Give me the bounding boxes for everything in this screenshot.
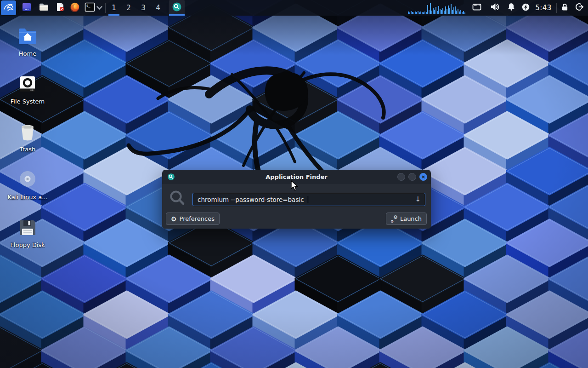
clock[interactable]: 5:43 [532, 0, 555, 16]
desktop-icon-label: Floppy Disk [10, 242, 45, 248]
power-manager-tray-button[interactable] [519, 0, 532, 16]
kali-logo-icon [3, 1, 15, 15]
dropdown-arrow-icon[interactable]: ↓ [415, 195, 421, 203]
terminal-prompt-glyph: $_ [86, 4, 90, 7]
top-panel: $_ 1 2 3 4 [0, 0, 588, 16]
app-window-icon [22, 2, 32, 14]
close-button[interactable]: × [419, 173, 427, 181]
desktop: $_ 1 2 3 4 [0, 0, 588, 368]
lock-screen-button[interactable] [558, 0, 571, 16]
workspace-button-3[interactable]: 3 [136, 0, 151, 16]
run-gears-icon: ⚙⚙ [391, 216, 397, 222]
workspace-label: 4 [156, 4, 160, 12]
floppy-disk-icon [17, 217, 39, 239]
chevron-down-icon [96, 4, 102, 10]
preferences-button[interactable]: ⚙ Preferences [166, 213, 220, 225]
lock-icon [560, 3, 569, 13]
desktop-icon-file-system[interactable]: File System [6, 73, 50, 121]
text-editor-icon [55, 2, 65, 14]
logout-button[interactable] [572, 0, 586, 16]
minimize-button[interactable] [397, 173, 405, 181]
desktop-icon-label: File System [11, 98, 45, 105]
workspace-button-1[interactable]: 1 [107, 0, 121, 16]
power-bolt-icon [521, 3, 530, 13]
preferences-button-label: Preferences [180, 215, 215, 222]
desktop-icon-home[interactable]: Home [6, 25, 50, 73]
desktop-icon-label: Kali Linux a... [7, 194, 47, 201]
launcher-file-manager[interactable] [37, 0, 51, 16]
workspace-button-2[interactable]: 2 [121, 0, 136, 16]
desktop-icon-label: Home [19, 50, 36, 57]
launcher-firefox[interactable] [68, 0, 82, 16]
command-input[interactable]: chromium --password-store=basic ↓ [192, 193, 425, 206]
desktop-icon-label: Trash [20, 146, 35, 153]
launcher-app-window[interactable] [20, 0, 33, 16]
active-task-indicator [169, 14, 185, 16]
file-manager-icon [39, 2, 49, 14]
launch-button-label: Launch [400, 215, 422, 222]
clock-label: 5:43 [535, 4, 552, 12]
panel-separator [19, 3, 19, 13]
launcher-dropdown[interactable] [96, 0, 103, 16]
launch-button[interactable]: ⚙⚙ Launch [386, 213, 427, 225]
workspace-button-4[interactable]: 4 [151, 0, 165, 16]
panel-separator [556, 3, 557, 13]
home-folder-icon [17, 25, 39, 47]
text-caret [308, 196, 309, 203]
terminal-icon: $_ [85, 2, 95, 14]
maximize-button[interactable] [408, 173, 416, 181]
gear-icon: ⚙ [171, 216, 177, 222]
volume-icon [490, 2, 500, 14]
workspace-label: 2 [126, 4, 131, 12]
app-finder-icon [172, 2, 182, 14]
hard-drive-icon [17, 73, 39, 95]
window-title: Application Finder [162, 173, 431, 180]
desktop-icon-trash[interactable]: Trash [6, 121, 50, 169]
launcher-terminal[interactable]: $_ [83, 0, 96, 16]
search-icon [169, 189, 186, 208]
workspace-label: 1 [112, 4, 116, 12]
workspace-label: 3 [141, 4, 146, 12]
notifications-tray-button[interactable] [505, 0, 518, 16]
network-tray-button[interactable] [470, 0, 483, 16]
mouse-cursor [290, 180, 300, 193]
firefox-icon [70, 2, 80, 14]
panel-separator [167, 3, 167, 13]
taskbar-app-finder[interactable] [169, 0, 185, 16]
audio-visualizer [408, 0, 468, 16]
kali-menu-button[interactable] [1, 0, 16, 15]
desktop-icon-floppy-disk[interactable]: Floppy Disk [6, 217, 50, 264]
bell-icon [507, 2, 516, 13]
trash-icon [17, 121, 39, 143]
volume-tray-button[interactable] [488, 0, 502, 16]
app-finder-icon [167, 173, 175, 183]
panel-separator [105, 3, 106, 13]
desktop-icon-kali-linux[interactable]: Kali Linux a... [6, 169, 50, 217]
logout-icon [575, 2, 584, 13]
launcher-text-editor[interactable] [53, 0, 67, 16]
active-workspace-indicator [108, 14, 119, 16]
network-wired-icon [472, 2, 482, 14]
command-input-value: chromium --password-store=basic [198, 196, 306, 203]
application-finder-window: Application Finder × chromium --password… [162, 170, 431, 229]
disc-icon [17, 169, 39, 191]
